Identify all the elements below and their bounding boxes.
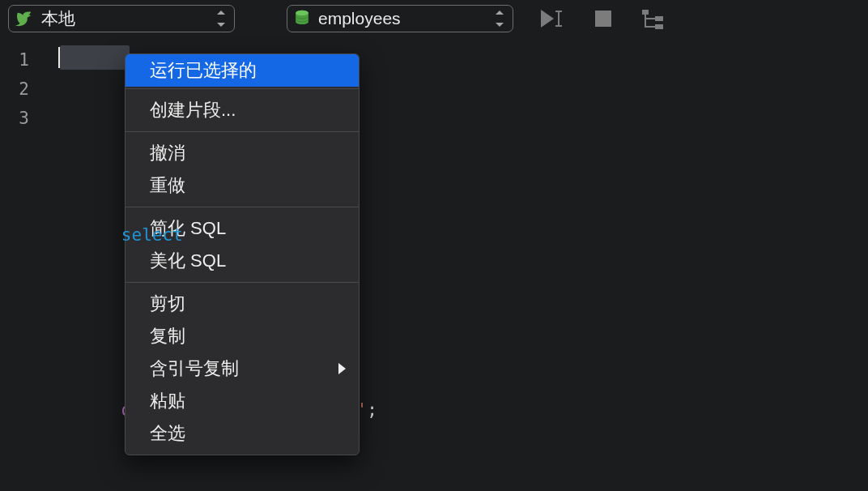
svg-point-1 (296, 11, 308, 15)
stepper-icon (495, 11, 504, 26)
menu-separator (126, 207, 359, 207)
menu-create-snippet[interactable]: 创建片段... (126, 94, 359, 126)
structure-icon[interactable] (640, 7, 667, 30)
run-cursor-button[interactable] (539, 7, 567, 30)
stepper-icon (216, 11, 226, 26)
line-gutter: 1 2 3 (0, 37, 39, 491)
menu-item-label: 重做 (150, 173, 185, 198)
menu-separator (126, 88, 359, 89)
database-label: employees (318, 9, 401, 28)
database-icon (294, 10, 310, 28)
line-number: 1 (0, 45, 29, 75)
menu-copy-quoted[interactable]: 含引号复制 (126, 352, 359, 385)
menu-cut[interactable]: 剪切 (126, 288, 359, 320)
svg-rect-2 (595, 11, 611, 27)
connection-label: 本地 (41, 7, 75, 30)
menu-separator (126, 282, 359, 283)
bird-icon (15, 10, 33, 28)
svg-rect-5 (655, 24, 663, 29)
menu-separator (126, 131, 359, 132)
menu-item-label: 含引号复制 (150, 357, 239, 381)
line-number: 2 (0, 75, 29, 104)
menu-item-label: 粘贴 (150, 389, 185, 413)
menu-item-label: 剪切 (150, 292, 185, 316)
menu-copy[interactable]: 复制 (126, 320, 359, 352)
context-menu: 运行已选择的 创建片段... 撤消 重做 简化 SQL 美化 SQL 剪切 复制… (125, 53, 360, 455)
menu-paste[interactable]: 粘贴 (126, 385, 359, 417)
menu-redo[interactable]: 重做 (126, 169, 359, 202)
chevron-right-icon (338, 363, 346, 374)
text-caret (58, 47, 60, 68)
menu-item-label: 运行已选择的 (150, 58, 257, 83)
toolbar: 本地 employees (0, 0, 868, 37)
menu-item-label: 创建片段... (150, 98, 236, 122)
menu-beautify-sql[interactable]: 美化 SQL (126, 245, 359, 277)
menu-item-label: 全选 (150, 421, 185, 446)
menu-item-label: 撤消 (150, 141, 185, 165)
menu-select-all[interactable]: 全选 (126, 417, 359, 450)
svg-rect-3 (642, 10, 649, 15)
connection-select[interactable]: 本地 (8, 5, 235, 32)
punct: ; (367, 400, 377, 420)
database-select[interactable]: employees (287, 5, 513, 32)
keyword: select (121, 225, 183, 245)
svg-rect-4 (655, 16, 663, 21)
stop-button[interactable] (589, 7, 617, 30)
menu-undo[interactable]: 撤消 (126, 137, 359, 169)
line-number: 3 (0, 104, 29, 133)
menu-item-label: 复制 (150, 324, 185, 348)
menu-run-selected[interactable]: 运行已选择的 (126, 54, 359, 87)
menu-item-label: 美化 SQL (150, 249, 226, 273)
selection-highlight (60, 45, 130, 70)
